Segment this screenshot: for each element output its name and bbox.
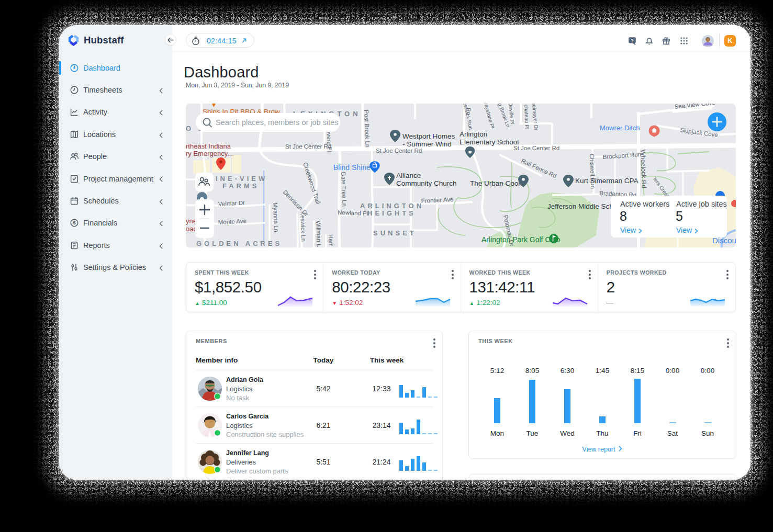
svg-text:Westport Homes: Westport Homes	[402, 132, 455, 140]
svg-text:St Joe Center Rd: St Joe Center Rd	[513, 145, 559, 151]
svg-text:- Summer Wind: - Summer Wind	[402, 140, 452, 148]
svg-text:yne: yne	[186, 217, 197, 225]
svg-text:Blind Shine: Blind Shine	[333, 163, 371, 172]
svg-text:Post Brook Ln: Post Brook Ln	[363, 110, 371, 148]
svg-text:View: View	[676, 226, 692, 234]
svg-text:Active workers: Active workers	[620, 200, 669, 208]
svg-text:Kurt Simerman CPA: Kurt Simerman CPA	[575, 177, 638, 185]
svg-text:Mowrer Ditch: Mowrer Ditch	[600, 124, 640, 132]
svg-text:GOLDEN ACRES: GOLDEN ACRES	[196, 240, 282, 247]
svg-text:5: 5	[676, 209, 683, 223]
svg-text:FARMS: FARMS	[222, 182, 260, 190]
svg-text:chateau Pl: chateau Pl	[523, 105, 530, 130]
svg-text:View: View	[620, 226, 636, 234]
svg-text:Keswick Ln: Keswick Ln	[299, 211, 307, 242]
svg-text:Jefferson Middle Sch: Jefferson Middle Sch	[547, 202, 613, 210]
svg-text:St Joe Center Rd: St Joe Center Rd	[285, 143, 331, 150]
svg-text:Gate Tree Ln: Gate Tree Ln	[340, 172, 348, 207]
svg-text:SUNSET: SUNSET	[373, 229, 417, 237]
svg-text:Wheelock Rd: Wheelock Rd	[639, 150, 648, 189]
svg-text:rtheast Indiana: rtheast Indiana	[186, 142, 231, 150]
svg-text:The Urban Cook: The Urban Cook	[470, 179, 522, 187]
svg-text:ARLINGTON: ARLINGTON	[360, 202, 424, 210]
svg-text:Alliance: Alliance	[396, 172, 421, 179]
svg-text:?: ?	[631, 38, 634, 43]
svg-text:ry Emergency...: ry Emergency...	[186, 150, 233, 157]
svg-text:Arlington Park Golf Club: Arlington Park Golf Club	[481, 235, 560, 244]
svg-text:INE-VIEW: INE-VIEW	[216, 175, 267, 183]
svg-text:Community Church: Community Church	[396, 179, 457, 187]
svg-text:Newland Pl: Newland Pl	[338, 209, 368, 217]
svg-text:HEIGHTS: HEIGHTS	[367, 209, 416, 217]
svg-text:St Joe Center Rd: St Joe Center Rd	[376, 148, 422, 154]
svg-text:Active job sites: Active job sites	[676, 200, 727, 208]
svg-text:$: $	[73, 220, 76, 226]
svg-text:Harr: Harr	[328, 234, 334, 246]
svg-text:Arlington: Arlington	[460, 130, 487, 138]
svg-text:Search places, members or job: Search places, members or job sites	[216, 118, 339, 127]
svg-text:Elementary School: Elementary School	[460, 138, 519, 146]
svg-text:8: 8	[620, 209, 627, 223]
svg-text:Willman Ln: Willman Ln	[315, 221, 322, 247]
svg-text:Myanna Ln: Myanna Ln	[272, 202, 279, 232]
